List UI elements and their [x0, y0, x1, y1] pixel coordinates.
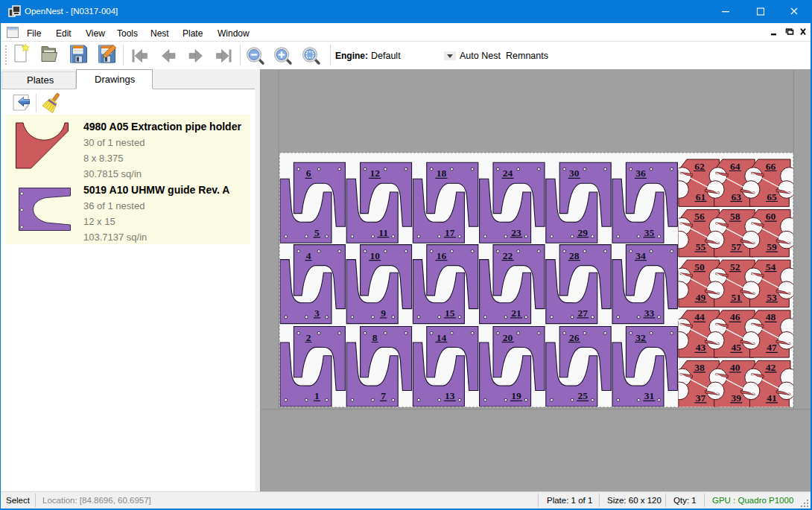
svg-text:17: 17	[445, 227, 455, 238]
svg-text:31: 31	[644, 390, 655, 401]
svg-text:54: 54	[766, 261, 776, 272]
svg-text:59: 59	[767, 241, 777, 252]
svg-text:19: 19	[511, 390, 521, 401]
svg-text:16: 16	[437, 250, 447, 261]
svg-text:57: 57	[732, 241, 742, 252]
svg-text:3: 3	[314, 307, 320, 319]
svg-text:39: 39	[732, 392, 742, 404]
svg-text:61: 61	[696, 191, 706, 203]
svg-text:40: 40	[730, 362, 740, 373]
svg-text:33: 33	[644, 307, 655, 319]
svg-text:50: 50	[694, 261, 705, 272]
svg-text:14: 14	[437, 332, 447, 343]
svg-text:60: 60	[766, 211, 776, 222]
svg-text:8: 8	[372, 332, 378, 343]
svg-text:36: 36	[635, 168, 646, 179]
svg-text:11: 11	[378, 227, 388, 238]
svg-text:15: 15	[445, 307, 455, 319]
svg-text:42: 42	[766, 362, 776, 373]
svg-text:24: 24	[503, 168, 513, 179]
svg-text:65: 65	[767, 191, 777, 203]
svg-text:35: 35	[644, 227, 655, 238]
svg-text:66: 66	[766, 161, 776, 172]
svg-text:52: 52	[730, 261, 740, 272]
svg-text:29: 29	[577, 227, 588, 238]
svg-text:51: 51	[732, 292, 742, 303]
svg-text:7: 7	[381, 390, 386, 401]
svg-text:49: 49	[696, 292, 706, 303]
svg-text:30: 30	[569, 168, 580, 179]
svg-text:41: 41	[767, 392, 777, 404]
svg-text:56: 56	[694, 211, 705, 222]
svg-text:44: 44	[694, 311, 705, 322]
svg-text:1: 1	[314, 390, 320, 401]
svg-text:45: 45	[732, 342, 742, 353]
svg-text:26: 26	[569, 332, 580, 343]
svg-text:47: 47	[767, 342, 777, 353]
svg-text:23: 23	[511, 227, 521, 238]
svg-text:2: 2	[306, 332, 311, 343]
svg-text:25: 25	[577, 390, 588, 401]
svg-text:55: 55	[696, 241, 706, 252]
svg-text:10: 10	[369, 250, 380, 261]
svg-text:53: 53	[767, 292, 777, 303]
svg-text:43: 43	[696, 342, 706, 353]
svg-text:13: 13	[445, 390, 455, 401]
svg-text:18: 18	[437, 168, 447, 179]
svg-text:58: 58	[730, 211, 740, 222]
svg-text:12: 12	[369, 168, 380, 179]
svg-text:34: 34	[635, 250, 646, 261]
svg-text:6: 6	[306, 168, 311, 179]
svg-text:64: 64	[730, 161, 740, 172]
svg-text:5: 5	[314, 227, 320, 238]
svg-text:32: 32	[635, 332, 646, 343]
svg-text:20: 20	[503, 332, 513, 343]
svg-text:46: 46	[730, 311, 740, 322]
svg-text:4: 4	[306, 250, 311, 261]
svg-text:62: 62	[694, 161, 705, 172]
svg-text:63: 63	[732, 191, 742, 203]
svg-text:28: 28	[569, 250, 580, 261]
svg-text:48: 48	[766, 311, 776, 322]
svg-text:21: 21	[511, 307, 521, 319]
svg-text:9: 9	[381, 307, 386, 319]
svg-text:22: 22	[503, 250, 513, 261]
svg-text:37: 37	[696, 392, 706, 404]
svg-text:27: 27	[577, 307, 588, 319]
svg-text:38: 38	[694, 362, 705, 373]
